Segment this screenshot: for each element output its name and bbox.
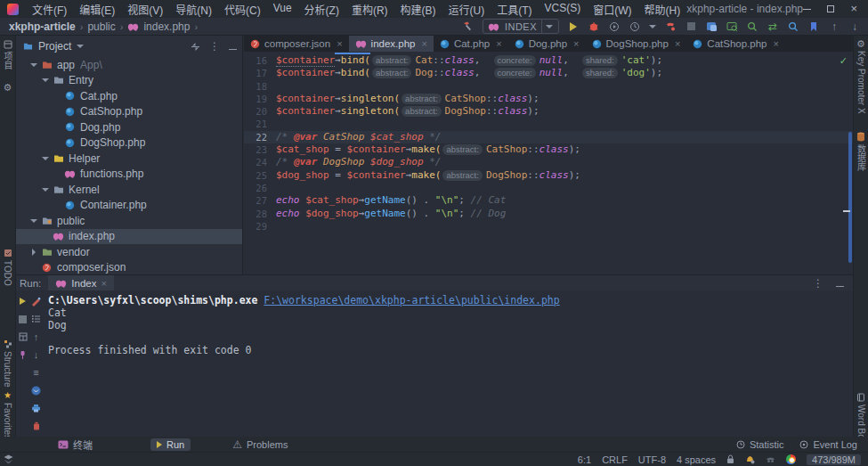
tree-item-helper[interactable]: Helper [16, 151, 242, 167]
memory-indicator[interactable]: 473/989M [807, 454, 861, 465]
code-line-29[interactable]: 29 [244, 220, 853, 233]
close-tab-icon[interactable]: × [496, 38, 501, 49]
stop-button[interactable] [685, 20, 697, 33]
rerun-button[interactable] [18, 296, 28, 307]
menu-item[interactable]: 构建(B) [394, 0, 442, 19]
indent-indicator[interactable]: 4 spaces [677, 454, 716, 465]
menu-item[interactable]: 代码(C) [218, 0, 267, 19]
tree-item-kernel[interactable]: Kernel [16, 182, 242, 198]
attach-to-process-icon[interactable] [664, 20, 677, 33]
toolwindow-favorites-button[interactable]: ★ Favorites [0, 390, 15, 439]
event-log-button[interactable]: Event Log [799, 439, 857, 450]
tree-item-functions-php[interactable]: functions.php [16, 167, 242, 183]
chevron-down-icon[interactable] [41, 188, 50, 192]
code-line-19[interactable]: 19$container→singleton(abstract:CatShop:… [244, 93, 853, 105]
chevron-right-icon[interactable] [29, 249, 38, 256]
code-line-24[interactable]: 24/* @var DogShop $dog_shop */ [244, 156, 853, 168]
build-hammer-icon[interactable] [462, 20, 475, 33]
bookmark-icon[interactable] [807, 20, 820, 33]
minimize-button[interactable] [803, 9, 811, 10]
close-tab-icon[interactable]: × [421, 38, 426, 49]
print-icon[interactable] [31, 403, 42, 413]
close-tab-icon[interactable]: × [773, 38, 778, 49]
tree-item-entry[interactable]: Entry [16, 73, 242, 89]
incognito-icon[interactable] [766, 455, 775, 463]
toolwindow-project-button[interactable]: 项目 [0, 39, 15, 69]
replace-icon[interactable]: ⇄ [767, 20, 779, 33]
menu-item[interactable]: 工具(T) [491, 0, 538, 19]
toolwindow-structure-button[interactable]: Structure [0, 339, 15, 388]
run-toolwindow-button[interactable]: Run [150, 438, 191, 451]
line-ending-indicator[interactable]: CRLF [602, 454, 628, 465]
run-config-dropdown[interactable] [541, 20, 556, 33]
code-line-27[interactable]: 27echo $cat_shop→getName() . "\n"; // Ca… [244, 194, 853, 207]
project-view-dropdown-icon[interactable] [77, 45, 84, 48]
menu-item[interactable]: 视图(V) [121, 0, 169, 19]
menu-item[interactable]: Vue [267, 0, 298, 19]
close-run-tab-icon[interactable]: × [101, 278, 106, 289]
run-console-output[interactable]: C:\Users\syfxl\scoop\shims\php.exe F:\wo… [43, 290, 853, 431]
breadcrumb-item[interactable]: index.php [143, 20, 190, 33]
ordered-list-icon[interactable] [31, 314, 42, 324]
code-line-17[interactable]: 17$container→bind(abstract:Dog::class, c… [244, 67, 853, 79]
terminal-toolwindow-button[interactable]: 终端 [52, 437, 99, 453]
run-config-selector[interactable]: INDEX [483, 19, 559, 34]
toolwindow-key-promoter-button[interactable]: ⚙ Key Promoter X [854, 38, 868, 114]
editor-tab-composer-json[interactable]: composer.json× [244, 36, 349, 52]
breadcrumb-item[interactable]: xkphp-article [9, 20, 76, 33]
restore-layout-icon[interactable] [18, 331, 28, 342]
screenshot-tool-icon[interactable] [705, 20, 718, 33]
close-button[interactable]: × [850, 4, 857, 13]
toolwindow-todo-button[interactable]: TODO [0, 248, 15, 286]
problems-toolwindow-button[interactable]: ⚠ Problems [226, 438, 294, 451]
menu-item[interactable]: VCS(S) [539, 0, 588, 19]
lock-icon[interactable] [726, 454, 734, 464]
search-icon[interactable] [746, 20, 758, 33]
chevron-down-icon[interactable] [41, 78, 50, 82]
tree-item-catshop-php[interactable]: CatShop.php [16, 104, 242, 120]
tree-item-public[interactable]: public [16, 213, 242, 229]
chevron-down-icon[interactable] [41, 157, 50, 160]
collapse-all-icon[interactable] [191, 42, 200, 52]
more-options-icon[interactable]: ⋮ [209, 41, 220, 52]
editor-tab-dogshop-php[interactable]: DogShop.php× [586, 36, 687, 52]
navigate-forward-icon[interactable]: ↓ [848, 20, 861, 33]
chrome-icon[interactable] [786, 454, 796, 464]
menu-item[interactable]: 文件(F) [26, 0, 73, 19]
hide-run-panel-icon[interactable] [836, 277, 844, 290]
maximize-button[interactable] [827, 5, 834, 12]
code-line-28[interactable]: 28echo $dog_shop→getName() . "\n"; // Do… [244, 208, 853, 220]
code-line-25[interactable]: 25$dog_shop = $container→make(abstract:D… [244, 169, 853, 182]
editor-scrollbar[interactable] [848, 132, 852, 263]
breadcrumb-item[interactable]: public [87, 20, 115, 33]
tree-item-dogshop-php[interactable]: DogShop.php [16, 135, 242, 151]
file-link[interactable]: F:\workspace\demo\xkphp-article\public\i… [264, 294, 559, 307]
editor-tab-catshop-php[interactable]: CatShop.php× [686, 36, 785, 52]
clear-console-icon[interactable] [31, 421, 42, 431]
chevron-down-icon[interactable] [29, 63, 38, 67]
up-stack-trace-icon[interactable]: ↑ [31, 331, 42, 342]
toolwindow-settings-button[interactable]: ⚙ [0, 82, 15, 92]
close-tab-icon[interactable]: × [675, 38, 680, 49]
code-line-23[interactable]: 23$cat_shop = $container→make(abstract:C… [244, 143, 853, 156]
run-panel-options-icon[interactable]: ⋮ [813, 278, 823, 289]
project-panel-title[interactable]: Project [38, 40, 71, 53]
code-line-26[interactable]: 26 [244, 182, 853, 194]
tree-item-composer-json[interactable]: composer.json [16, 260, 242, 275]
stop-process-button[interactable] [18, 314, 28, 324]
tree-item-container-php[interactable]: Container.php [16, 198, 242, 214]
down-stack-trace-icon[interactable]: ↓ [31, 349, 42, 360]
menu-item[interactable]: 窗口(W) [587, 0, 637, 19]
hide-panel-icon[interactable] [229, 40, 237, 53]
code-line-18[interactable]: 18 [244, 80, 853, 93]
find-in-path-icon[interactable] [726, 20, 738, 33]
pin-tab-icon[interactable] [18, 349, 28, 360]
scroll-to-end-icon[interactable] [31, 385, 42, 396]
run-button[interactable] [567, 20, 580, 33]
debug-button[interactable] [588, 20, 600, 33]
close-tab-icon[interactable]: × [573, 38, 579, 49]
tree-item-dog-php[interactable]: Dog.php [16, 119, 242, 135]
editor-tab-cat-php[interactable]: Cat.php× [434, 36, 508, 52]
navigate-back-icon[interactable]: ↑ [828, 20, 840, 33]
tree-item-app[interactable]: appApp\ [16, 57, 242, 73]
